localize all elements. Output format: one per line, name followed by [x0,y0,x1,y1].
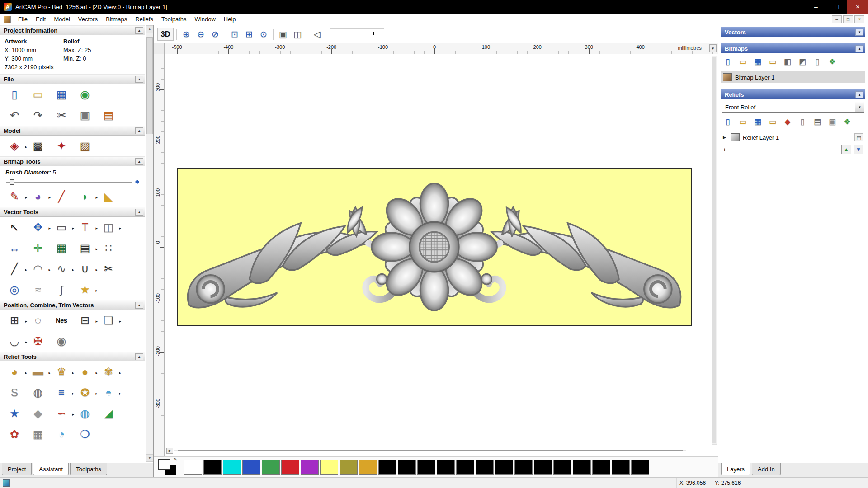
assistant-scrollbar[interactable]: ▲ ▼ [146,25,153,462]
trim-vectors-icon[interactable]: ✂ [100,261,117,277]
relief-layer-row[interactable]: ▶ Relief Layer 1 ▤ [721,131,865,143]
open-bitmap-layer-icon[interactable]: ▭ [737,56,749,67]
create-text-icon-flyout-arrow[interactable]: ▸ [95,226,98,230]
menu-bitmaps[interactable]: Bitmaps [102,14,131,24]
create-rectangle-icon[interactable]: ▭▸ [53,219,70,235]
palette-swatch-0[interactable] [184,460,202,475]
texture-relief-icon[interactable]: ✾▸ [100,364,117,380]
ruler-units-dropdown-icon[interactable]: ▼ [709,44,717,52]
palette-swatch-17[interactable] [514,460,533,475]
relief-extra-icon-1[interactable]: ✿ [6,426,23,442]
open-relief-layer-icon[interactable]: ▭ [737,116,749,127]
block-copy-icon-flyout-arrow[interactable]: ▸ [25,319,27,324]
slider-handle[interactable] [10,179,14,185]
relief-layer-options-icon[interactable]: ▤ [854,133,863,141]
paste-icon[interactable]: ▤ [100,107,117,123]
join-vectors-icon-flyout-arrow[interactable]: ▸ [95,267,98,272]
menu-reliefs[interactable]: Reliefs [131,14,157,24]
model-section-collapse-button[interactable]: ▴ [135,127,143,134]
bitmap-to-vector-icon-flyout-arrow[interactable]: ▸ [95,247,98,251]
colour-picker-icon[interactable]: ╱ [53,188,70,205]
h-scroll-track[interactable] [174,450,686,451]
scrollbar-down-button[interactable]: ▼ [146,454,153,462]
block-copy-icon[interactable]: ⊞▸ [6,312,23,328]
swept-profile-icon-flyout-arrow[interactable]: ▸ [72,412,74,417]
join-close-vectors-icon-flyout-arrow[interactable]: ▸ [25,340,27,344]
tab-layers[interactable]: Layers [721,463,750,475]
h-scroll-thumb[interactable] [178,450,683,451]
add-relief-layer-icon[interactable]: + [723,146,726,153]
move-layer-down-icon[interactable]: ▼ [854,145,863,154]
bitmap-colours-icon[interactable]: ❖ [826,56,838,67]
relief-page-icon[interactable]: ▯ [797,116,808,127]
relief-extra-icon-2[interactable]: ▦ [30,426,46,442]
smart-engraving-icon[interactable]: S [6,385,23,401]
palette-swatch-12[interactable] [417,460,435,475]
select-vectors-icon[interactable]: ↖ [6,219,23,235]
primary-colour-swatch[interactable] [158,459,170,470]
zoom-objects-icon[interactable]: ⊙ [257,28,270,41]
palette-swatch-6[interactable] [301,460,319,475]
emboss-wizard-icon-flyout-arrow[interactable]: ▸ [95,391,98,396]
redo-icon[interactable]: ↷ [30,107,46,123]
paint-brush-icon[interactable]: ✎▸ [6,188,23,205]
create-polyline-icon[interactable]: ╱▸ [6,261,23,277]
palette-swatch-16[interactable] [495,460,513,475]
node-editing-icon[interactable]: ∿▸ [53,261,70,277]
palette-swatch-7[interactable] [320,460,338,475]
two-rail-sweep-icon-flyout-arrow[interactable]: ▸ [119,391,121,396]
scrollbar-up-button[interactable]: ▲ [146,25,153,33]
shape-editor-icon[interactable]: ◕▸ [6,364,23,380]
palette-swatch-18[interactable] [534,460,552,475]
bitmap-tools-collapse-button[interactable]: ▴ [135,158,143,165]
menu-model[interactable]: Model [50,14,74,24]
texture-sphere-icon[interactable]: ◍ [77,405,93,422]
relief-layer-expander-icon[interactable]: ▶ [723,135,727,140]
palette-icon[interactable]: ◗▸ [77,188,93,205]
emboss-wizard-icon[interactable]: ✪▸ [77,385,93,401]
two-rail-sweep-icon[interactable]: ◓▸ [100,385,117,401]
mdi-close-button[interactable]: × [854,15,864,23]
canvas-horizontal-scrollbar[interactable]: ▶ [166,448,686,454]
h-scroll-left-icon[interactable]: ▶ [166,448,173,454]
brush-diameter-slider[interactable] [6,179,139,185]
palette-swatch-14[interactable] [456,460,474,475]
new-relief-layer-icon[interactable]: ▯ [722,116,734,127]
menu-toolpaths[interactable]: Toolpaths [157,14,191,24]
reliefs-collapse-icon[interactable]: ▴ [855,91,863,98]
mdi-minimize-button[interactable]: – [832,15,842,23]
palette-swatch-8[interactable] [340,460,358,475]
mirror-vectors-icon-flyout-arrow[interactable]: ▸ [119,226,121,230]
move-layer-up-icon[interactable]: ▲ [841,145,851,154]
relief-colours-icon[interactable]: ❖ [841,116,853,127]
import-export-icon[interactable]: ◉ [77,86,93,103]
save-model-icon[interactable]: ▦ [53,86,70,103]
palette-swatch-13[interactable] [437,460,455,475]
vectors-header[interactable]: Vectors ▼ [721,27,865,37]
new-bitmap-layer-icon[interactable]: ▯ [722,56,734,67]
save-relief-layer-icon[interactable]: ▦ [752,116,764,127]
relief-select[interactable]: Front Relief ▼ [722,102,864,113]
menu-file[interactable]: File [14,14,32,24]
copy-icon[interactable]: ▣ [77,107,93,123]
group-vectors-icon-flyout-arrow[interactable]: ▸ [119,319,121,324]
palette-swatch-2[interactable] [223,460,241,475]
texture-relief-icon-flyout-arrow[interactable]: ▸ [119,371,121,375]
measure-icon[interactable]: ↔ [6,240,23,256]
position-section-collapse-button[interactable]: ▴ [135,302,143,309]
line-width-selector[interactable] [330,28,384,40]
file-section-collapse-button[interactable]: ▴ [135,76,143,83]
model-properties-icon-flyout-arrow[interactable]: ▸ [25,145,27,149]
paint-selective-icon[interactable]: ◕▸ [30,188,46,205]
save-bitmap-layer-icon[interactable]: ▦ [752,56,764,67]
array-copy-vectors-icon[interactable]: ∷ [100,240,117,256]
palette-swatch-20[interactable] [573,460,591,475]
sculpting-icon[interactable]: ♛▸ [53,364,70,380]
artwork-canvas[interactable] [177,168,692,326]
dome-tool-icon-flyout-arrow[interactable]: ▸ [95,371,98,375]
tab-assistant[interactable]: Assistant [33,463,69,475]
star-wizard-icon[interactable]: ★ [6,405,23,422]
palette-swatch-23[interactable] [631,460,649,475]
angled-plane-icon[interactable]: ◢ [100,405,117,422]
bitmap-folder-icon[interactable]: ▭ [767,56,778,67]
